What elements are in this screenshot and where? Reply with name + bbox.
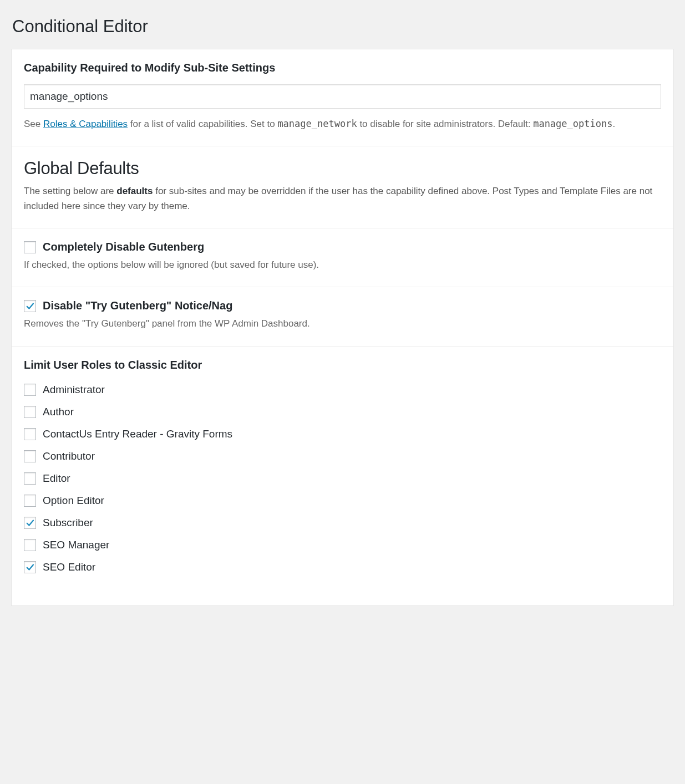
role-item: Option Editor <box>24 495 661 507</box>
capability-input[interactable] <box>24 84 661 109</box>
role-label: SEO Editor <box>43 561 95 573</box>
role-checkbox[interactable] <box>24 450 36 462</box>
role-checkbox[interactable] <box>24 539 36 551</box>
disable-gutenberg-label: Completely Disable Gutenberg <box>43 241 204 253</box>
role-label: Option Editor <box>43 495 104 507</box>
disable-nag-label: Disable "Try Gutenberg" Notice/Nag <box>43 299 232 312</box>
global-defaults-title: Global Defaults <box>24 159 661 179</box>
check-icon <box>25 562 35 572</box>
role-item: SEO Manager <box>24 539 661 551</box>
global-sub-bold: defaults <box>116 186 153 196</box>
capability-section-title: Capability Required to Modify Sub-Site S… <box>24 62 661 74</box>
role-checkbox[interactable] <box>24 472 36 485</box>
check-icon <box>25 301 35 311</box>
role-checkbox[interactable] <box>24 384 36 396</box>
role-item: Contributor <box>24 450 661 462</box>
role-label: SEO Manager <box>43 539 109 551</box>
role-item: Administrator <box>24 384 661 396</box>
role-item: Editor <box>24 472 661 485</box>
capability-description: See Roles & Capabilities for a list of v… <box>24 116 661 131</box>
disable-nag-row: Disable "Try Gutenberg" Notice/Nag Remov… <box>12 287 673 346</box>
cap-code-manage-network: manage_network <box>277 118 357 129</box>
role-checkbox[interactable] <box>24 561 36 573</box>
page-title: Conditional Editor <box>11 17 674 37</box>
role-item: Subscriber <box>24 517 661 529</box>
cap-desc-mid2: to disable for site administrators. Defa… <box>357 119 533 129</box>
roles-capabilities-link[interactable]: Roles & Capabilities <box>43 119 128 129</box>
role-item: ContactUs Entry Reader - Gravity Forms <box>24 428 661 440</box>
disable-nag-checkbox[interactable] <box>24 300 36 312</box>
disable-gutenberg-row: Completely Disable Gutenberg If checked,… <box>12 228 673 287</box>
cap-code-manage-options: manage_options <box>533 118 612 129</box>
role-item: SEO Editor <box>24 561 661 573</box>
role-checkbox[interactable] <box>24 406 36 418</box>
cap-desc-end: . <box>612 119 615 129</box>
role-label: ContactUs Entry Reader - Gravity Forms <box>43 428 232 440</box>
roles-section-title: Limit User Roles to Classic Editor <box>24 359 661 371</box>
disable-gutenberg-desc: If checked, the options below will be ig… <box>24 258 661 272</box>
role-checkbox[interactable] <box>24 495 36 507</box>
role-checkbox[interactable] <box>24 517 36 529</box>
cap-desc-prefix: See <box>24 119 43 129</box>
role-label: Editor <box>43 472 70 485</box>
disable-nag-desc: Removes the "Try Gutenberg" panel from t… <box>24 317 661 331</box>
capability-section: Capability Required to Modify Sub-Site S… <box>12 49 673 146</box>
role-label: Subscriber <box>43 517 93 529</box>
role-label: Author <box>43 406 74 418</box>
global-sub-prefix: The setting below are <box>24 186 116 196</box>
global-defaults-section: Global Defaults The setting below are de… <box>12 146 673 228</box>
disable-gutenberg-checkbox[interactable] <box>24 241 36 253</box>
role-label: Administrator <box>43 384 105 396</box>
roles-list: AdministratorAuthorContactUs Entry Reade… <box>24 384 661 573</box>
check-icon <box>25 518 35 528</box>
global-defaults-subtitle: The setting below are defaults for sub-s… <box>24 184 661 213</box>
role-item: Author <box>24 406 661 418</box>
role-checkbox[interactable] <box>24 428 36 440</box>
role-label: Contributor <box>43 450 95 462</box>
settings-panel: Capability Required to Modify Sub-Site S… <box>11 49 674 606</box>
cap-desc-mid1: for a list of valid capabilities. Set to <box>128 119 277 129</box>
roles-section: Limit User Roles to Classic Editor Admin… <box>12 347 673 605</box>
